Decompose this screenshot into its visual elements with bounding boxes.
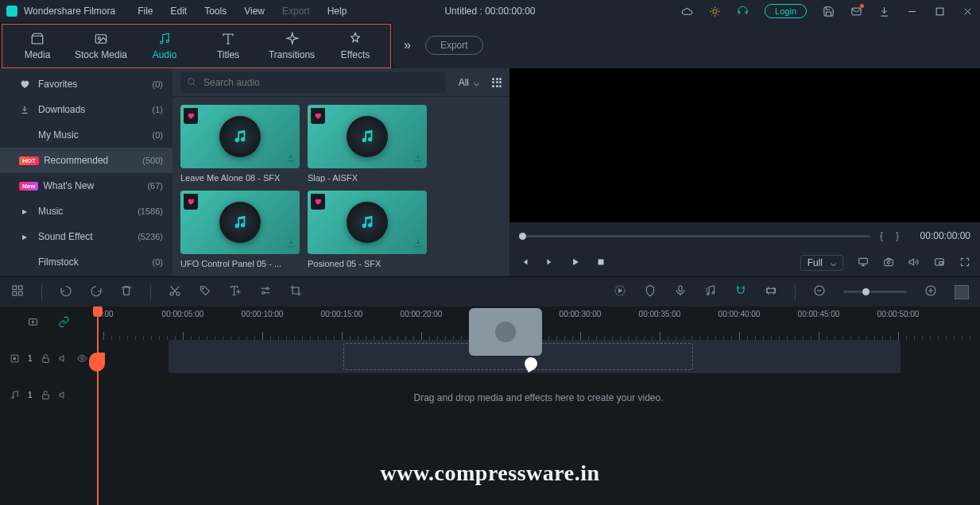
favorite-tag-icon[interactable]	[311, 108, 325, 124]
search-box[interactable]	[180, 72, 446, 93]
sidebar-count: (1586)	[138, 206, 163, 216]
sidebar-item-filmstock[interactable]: Filmstock(0)	[0, 249, 172, 275]
sidebar-item-sound-effect[interactable]: ▸Sound Effect(5236)	[0, 224, 172, 249]
zoom-in-icon[interactable]	[924, 284, 937, 299]
tab-effects[interactable]: Effects	[323, 25, 387, 67]
add-track-icon[interactable]	[27, 316, 39, 330]
menu-tools[interactable]: Tools	[204, 6, 227, 17]
media-card[interactable]: Slap - AISFX	[308, 105, 427, 183]
sidebar-item-what's-new[interactable]: NewWhat's New(67)	[0, 173, 172, 199]
search-row: All⌵	[172, 68, 509, 97]
fit-toggle[interactable]	[955, 285, 969, 299]
audio-track-body[interactable]	[97, 376, 980, 413]
favorite-tag-icon[interactable]	[311, 194, 325, 210]
svg-point-26	[712, 291, 715, 294]
menu-file[interactable]: File	[138, 6, 153, 17]
dragging-media-chip[interactable]	[469, 308, 542, 356]
quality-dropdown[interactable]: Full⌵	[800, 255, 843, 271]
minimize-icon[interactable]	[906, 6, 918, 17]
snapshot-icon[interactable]	[883, 256, 894, 270]
undo-icon[interactable]	[60, 284, 72, 299]
media-thumb[interactable]	[180, 105, 300, 168]
filter-all-dropdown[interactable]: All⌵	[452, 77, 486, 88]
favorite-tag-icon[interactable]	[184, 108, 198, 124]
ripple-icon[interactable]	[765, 284, 777, 299]
timeline-header-left	[0, 306, 97, 340]
fullscreen-icon[interactable]	[959, 256, 970, 270]
download-icon[interactable]	[285, 152, 296, 165]
adjust-icon[interactable]	[259, 284, 272, 299]
cloud-icon[interactable]	[681, 6, 693, 17]
download-icon[interactable]	[878, 6, 890, 17]
layout-icon[interactable]	[11, 284, 24, 299]
eye-icon[interactable]	[77, 353, 87, 364]
sidebar-item-my-music[interactable]: My Music(0)	[0, 122, 172, 148]
sidebar-item-favorites[interactable]: Favorites(0)	[0, 71, 172, 97]
sparkle-icon[interactable]	[709, 6, 721, 17]
play-icon[interactable]	[570, 256, 581, 270]
audio-mixer-icon[interactable]	[704, 284, 717, 299]
sidebar-item-recommended[interactable]: HOTRecommended(500)	[0, 148, 172, 173]
svg-rect-10	[885, 260, 893, 266]
tab-transitions[interactable]: Transitions	[260, 25, 323, 67]
mute-icon[interactable]	[59, 353, 69, 364]
export-button[interactable]: Export	[425, 36, 483, 55]
delete-icon[interactable]	[120, 284, 133, 299]
media-thumb[interactable]	[308, 105, 427, 168]
save-icon[interactable]	[823, 6, 835, 17]
mute-icon[interactable]	[59, 390, 69, 400]
search-input[interactable]	[203, 77, 440, 88]
tab-audio[interactable]: Audio	[133, 25, 196, 67]
zoom-slider[interactable]	[843, 291, 907, 293]
monitor-icon[interactable]	[858, 256, 869, 270]
media-thumb[interactable]	[308, 191, 427, 254]
tag-icon[interactable]	[199, 284, 211, 299]
media-card[interactable]: UFO Control Panel 05 - ...	[180, 191, 300, 268]
prev-frame-icon[interactable]	[519, 256, 530, 270]
close-icon[interactable]	[962, 6, 974, 17]
volume-icon[interactable]	[908, 256, 920, 270]
crop-icon[interactable]	[289, 284, 302, 299]
grid-view-icon[interactable]	[492, 78, 502, 87]
marker-icon[interactable]	[644, 284, 657, 299]
video-preview[interactable]	[509, 68, 980, 222]
favorite-tag-icon[interactable]	[184, 194, 198, 210]
tab-titles[interactable]: Titles	[196, 25, 260, 67]
download-icon[interactable]	[413, 237, 424, 251]
link-icon[interactable]	[58, 316, 70, 330]
step-back-icon[interactable]	[544, 256, 556, 270]
pip-icon[interactable]	[934, 256, 945, 270]
zoom-out-icon[interactable]	[813, 284, 826, 299]
media-thumb[interactable]	[180, 191, 300, 254]
maximize-icon[interactable]	[934, 6, 946, 17]
render-icon[interactable]	[614, 284, 626, 299]
range-braces[interactable]: {}	[880, 230, 899, 241]
sidebar-label: Sound Effect	[38, 231, 93, 242]
cut-icon[interactable]	[168, 284, 181, 299]
mail-icon[interactable]	[850, 6, 862, 17]
download-icon[interactable]	[285, 237, 296, 251]
login-button[interactable]: Login	[765, 4, 807, 18]
headphones-icon[interactable]	[737, 6, 749, 17]
voiceover-icon[interactable]	[674, 284, 687, 299]
redo-icon[interactable]	[90, 284, 103, 299]
stop-icon[interactable]	[595, 256, 606, 270]
menu-help[interactable]: Help	[327, 6, 347, 17]
media-card[interactable]: Leave Me Alone 08 - SFX	[180, 105, 300, 183]
lock-icon[interactable]	[41, 390, 51, 400]
menu-view[interactable]: View	[244, 6, 265, 17]
menu-edit[interactable]: Edit	[171, 6, 188, 17]
scrub-slider[interactable]	[519, 235, 870, 237]
menu-export[interactable]: Export	[282, 6, 310, 17]
video-track-body[interactable]: Drag and drop media and effects here to …	[97, 340, 980, 376]
sidebar-item-downloads[interactable]: Downloads(1)	[0, 97, 172, 122]
magnet-icon[interactable]	[734, 284, 747, 299]
media-card[interactable]: Posioned 05 - SFX	[308, 191, 427, 268]
sidebar-item-music[interactable]: ▸Music(1586)	[0, 199, 172, 224]
download-icon[interactable]	[413, 152, 424, 165]
lock-icon[interactable]	[41, 353, 51, 364]
tab-media[interactable]: Media	[6, 25, 69, 67]
tab-stock-media[interactable]: Stock Media	[69, 25, 133, 67]
add-text-icon[interactable]	[229, 284, 242, 299]
expand-panels-icon[interactable]: »	[404, 38, 411, 52]
